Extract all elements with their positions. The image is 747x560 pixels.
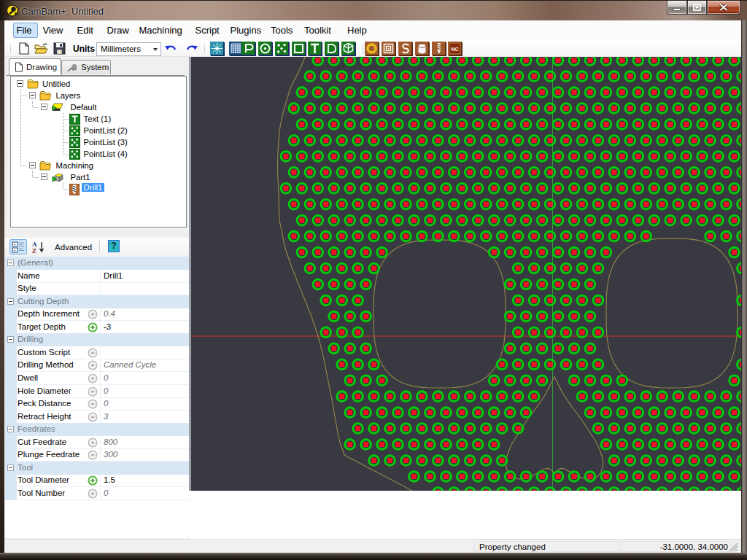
svg-text:+: + bbox=[13, 242, 16, 246]
svg-text:+: + bbox=[13, 248, 16, 252]
svg-text:NC: NC bbox=[451, 47, 458, 52]
svg-text:Z: Z bbox=[32, 247, 36, 254]
